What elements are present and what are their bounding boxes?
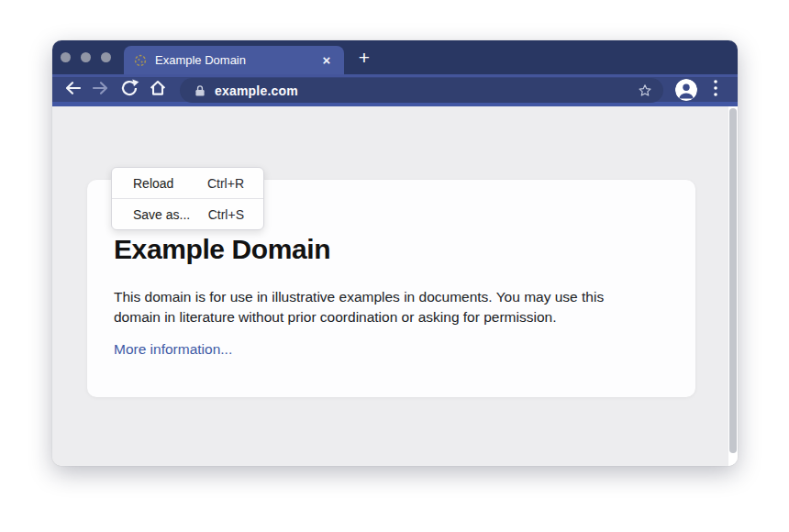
context-menu-item-reload[interactable]: Reload Ctrl+R [112,168,263,198]
bookmark-star-button[interactable] [635,81,655,101]
new-tab-button[interactable]: + [352,47,376,69]
tab-title: Example Domain [155,46,318,74]
back-button[interactable] [61,79,83,101]
context-menu: Reload Ctrl+R Save as... Ctrl+S [111,167,264,230]
avatar-icon [675,88,697,101]
page-paragraph: This domain is for use in illustrative e… [114,287,669,327]
address-bar[interactable]: example.com [180,78,663,103]
window-controls [61,52,111,62]
back-arrow-icon [61,77,83,103]
lock-icon[interactable] [194,84,206,97]
window-minimize-button[interactable] [81,52,91,62]
kebab-menu-icon [713,79,718,101]
nav-buttons [61,79,169,101]
browser-window: Example Domain × + [52,40,738,466]
screenshot-stage: Example Domain × + [0,0,789,532]
titlebar: Example Domain × + [52,40,738,74]
paragraph-line: domain in literature without prior coord… [114,307,669,327]
menu-item-label: Reload [133,176,173,191]
tab-favicon-icon [134,54,147,67]
home-button[interactable] [147,79,169,101]
scrollbar-track [728,106,738,466]
menu-item-shortcut: Ctrl+S [208,207,244,222]
url-text: example.com [215,83,298,98]
scrollbar-thumb[interactable] [729,108,737,453]
home-icon [147,77,169,103]
forward-arrow-icon [90,77,112,103]
paragraph-line: This domain is for use in illustrative e… [114,287,669,307]
profile-avatar-button[interactable] [675,79,697,101]
tab-close-button[interactable]: × [318,52,335,69]
forward-button[interactable] [90,79,112,101]
browser-tab[interactable]: Example Domain × [124,46,344,74]
context-menu-item-save-as[interactable]: Save as... Ctrl+S [112,199,263,229]
page-title: Example Domain [114,234,669,264]
window-maximize-button[interactable] [101,52,111,62]
window-close-button[interactable] [61,52,71,62]
browser-menu-button[interactable] [709,79,722,101]
menu-item-shortcut: Ctrl+R [207,176,244,191]
toolbar: example.com [52,74,738,106]
menu-item-label: Save as... [133,207,190,222]
page-viewport: Reload Ctrl+R Save as... Ctrl+S Example … [52,106,738,466]
reload-button[interactable] [118,79,140,101]
reload-icon [118,77,140,103]
more-information-link[interactable]: More information... [114,341,232,358]
